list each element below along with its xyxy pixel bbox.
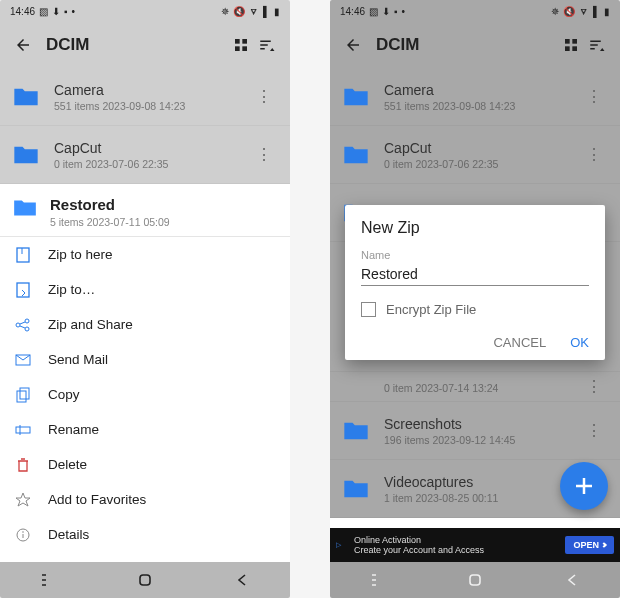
dialog-name-label: Name	[361, 249, 589, 261]
ok-button[interactable]: OK	[570, 335, 589, 350]
mute-icon: 🔇	[233, 6, 245, 17]
signal-icon: ▌	[263, 6, 270, 17]
folder-row[interactable]: Camera551 items 2023-09-08 14:23 ⋮	[330, 68, 620, 126]
menu-favorite[interactable]: Add to Favorites	[0, 482, 290, 517]
menu-delete[interactable]: Delete	[0, 447, 290, 482]
wifi-icon: ⛛	[249, 6, 259, 17]
menu-label: Details	[48, 527, 89, 542]
mute-icon: 🔇	[563, 6, 575, 17]
checkbox-icon[interactable]	[361, 302, 376, 317]
view-grid-icon[interactable]	[558, 32, 584, 58]
sort-icon[interactable]	[254, 32, 280, 58]
star-icon	[14, 492, 32, 508]
kebab-icon[interactable]: ⋮	[580, 423, 608, 439]
svg-rect-3	[242, 46, 247, 51]
copy-icon	[14, 387, 32, 403]
svg-rect-27	[572, 46, 577, 51]
selected-folder-header: Restored 5 items 2023-07-11 05:09	[0, 184, 290, 237]
menu-label: Copy	[48, 387, 80, 402]
ad-banner[interactable]: ▷ Online Activation Create your Account …	[330, 528, 620, 562]
svg-rect-23	[140, 575, 150, 585]
folder-row[interactable]: CapCut0 item 2023-07-06 22:35 ⋮	[330, 126, 620, 184]
nav-recents[interactable]	[0, 562, 97, 598]
folder-icon	[342, 144, 370, 166]
cancel-button[interactable]: CANCEL	[493, 335, 546, 350]
plus-icon	[573, 475, 595, 497]
menu-copy[interactable]: Copy	[0, 377, 290, 412]
menu-rename[interactable]: Rename	[0, 412, 290, 447]
ad-text: Online Activation Create your Account an…	[354, 535, 565, 555]
folder-row[interactable]: CapCut 0 item 2023-07-06 22:35 ⋮	[0, 126, 290, 184]
svg-rect-14	[20, 388, 29, 399]
encrypt-label: Encrypt Zip File	[386, 302, 476, 317]
share-icon	[14, 318, 32, 332]
folder-icon	[342, 86, 370, 108]
context-menu: Zip to here Zip to… Zip and Share Send M…	[0, 237, 290, 552]
nav-back[interactable]	[523, 562, 620, 598]
mail-icon	[14, 354, 32, 366]
folder-name: Screenshots	[384, 416, 515, 432]
nav-back[interactable]	[193, 562, 290, 598]
menu-zip-share[interactable]: Zip and Share	[0, 307, 290, 342]
phone-right: 14:46 ▧ ⬇ ▪ • ✵ 🔇 ⛛ ▌ ▮ DCIM Camera551	[330, 0, 620, 598]
folder-name: Videocaptures	[384, 474, 498, 490]
nav-bar	[330, 562, 620, 598]
kebab-icon[interactable]: ⋮	[580, 147, 608, 163]
menu-send-mail[interactable]: Send Mail	[0, 342, 290, 377]
phone-left: 14:46 ▧ ⬇ ▪ • ✵ 🔇 ⛛ ▌ ▮ DCIM	[0, 0, 290, 598]
nav-home[interactable]	[427, 562, 524, 598]
gallery-icon: ▧	[39, 6, 48, 17]
svg-line-11	[20, 326, 25, 328]
back-icon[interactable]	[340, 32, 366, 58]
folder-name: Camera	[384, 82, 515, 98]
kebab-icon[interactable]: ⋮	[250, 147, 278, 163]
nav-recents[interactable]	[330, 562, 427, 598]
svg-rect-4	[17, 248, 29, 262]
svg-rect-33	[470, 575, 480, 585]
status-bar: 14:46 ▧ ⬇ ▪ • ✵ 🔇 ⛛ ▌ ▮	[330, 0, 620, 22]
more-icon: •	[402, 6, 406, 17]
sort-icon[interactable]	[584, 32, 610, 58]
encrypt-checkbox-row[interactable]: Encrypt Zip File	[361, 302, 589, 317]
kebab-icon[interactable]: ⋮	[580, 89, 608, 105]
rename-icon	[14, 424, 32, 436]
ad-line1: Online Activation	[354, 535, 565, 545]
zip-name-input[interactable]	[361, 263, 589, 286]
battery-icon: ▮	[604, 6, 610, 17]
status-time: 14:46	[10, 6, 35, 17]
folder-row[interactable]: Camera 551 items 2023-09-08 14:23 ⋮	[0, 68, 290, 126]
chevron-right-icon	[601, 542, 607, 548]
folder-icon	[342, 478, 370, 500]
trash-icon	[14, 458, 32, 472]
folder-meta: 551 items 2023-09-08 14:23	[54, 100, 185, 112]
chat-icon: ▪	[64, 6, 68, 17]
kebab-icon[interactable]: ⋮	[250, 89, 278, 105]
signal-icon: ▌	[593, 6, 600, 17]
svg-rect-2	[235, 46, 240, 51]
status-bar: 14:46 ▧ ⬇ ▪ • ✵ 🔇 ⛛ ▌ ▮	[0, 0, 290, 22]
fab-add[interactable]	[560, 462, 608, 510]
menu-label: Send Mail	[48, 352, 108, 367]
app-bar: DCIM	[0, 22, 290, 68]
ad-open-button[interactable]: OPEN	[565, 536, 614, 554]
more-icon: •	[72, 6, 76, 17]
view-grid-icon[interactable]	[228, 32, 254, 58]
folder-meta: 0 item 2023-07-06 22:35	[54, 158, 168, 170]
folder-icon	[12, 86, 40, 108]
status-time: 14:46	[340, 6, 365, 17]
menu-zip-to[interactable]: Zip to…	[0, 272, 290, 307]
back-icon[interactable]	[10, 32, 36, 58]
menu-label: Delete	[48, 457, 87, 472]
menu-details[interactable]: Details	[0, 517, 290, 552]
svg-line-10	[20, 322, 25, 324]
nav-home[interactable]	[97, 562, 194, 598]
kebab-icon[interactable]: ⋮	[580, 379, 608, 395]
menu-label: Rename	[48, 422, 99, 437]
selected-folder-name: Restored	[50, 196, 170, 213]
folder-row-partial[interactable]: 0 item 2023-07-14 13:24 ⋮	[330, 372, 620, 402]
folder-row[interactable]: Screenshots196 items 2023-09-12 14:45 ⋮	[330, 402, 620, 460]
info-icon	[14, 528, 32, 542]
menu-zip-here[interactable]: Zip to here	[0, 237, 290, 272]
svg-point-19	[22, 531, 24, 533]
folder-name: Camera	[54, 82, 185, 98]
